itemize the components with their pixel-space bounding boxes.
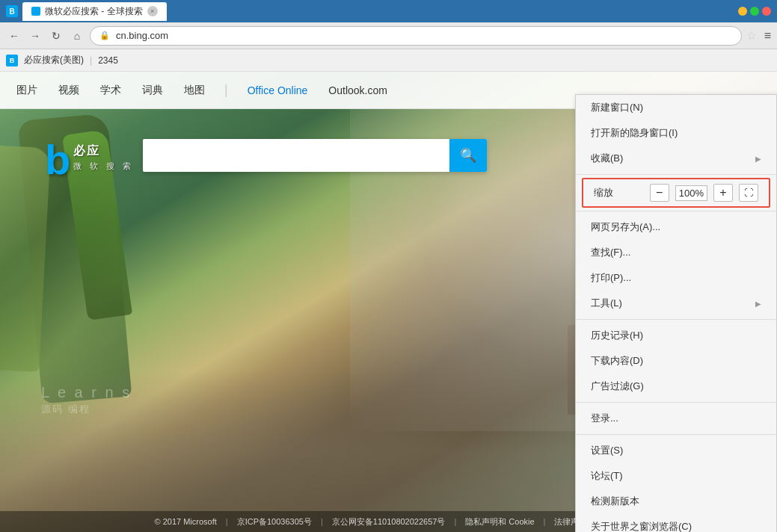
menu-about-label: 关于世界之窗浏览器(C) [591, 520, 692, 532]
tab-logo [31, 7, 40, 16]
menu-tools-arrow: ▶ [755, 300, 761, 308]
menu-separator-5 [576, 434, 776, 435]
menu-bookmarks[interactable]: 收藏(B) ▶ [576, 146, 776, 171]
zoom-minus-button[interactable]: − [650, 184, 669, 202]
menu-tools[interactable]: 工具(L) ▶ [576, 291, 776, 316]
url-text: cn.bing.com [116, 30, 732, 41]
menu-incognito-label: 打开新的隐身窗口(I) [591, 126, 678, 140]
lock-icon: 🔒 [99, 31, 110, 40]
nav-academic[interactable]: 学术 [99, 81, 123, 100]
copyright-year: © 2017 Microsoft [154, 517, 216, 526]
titlebar: B 微软必应搜索 - 全球搜索 × [0, 0, 777, 22]
search-box[interactable]: 🔍 [143, 139, 487, 172]
menu-settings[interactable]: 设置(S) [576, 438, 776, 463]
tab-title: 微软必应搜索 - 全球搜索 [45, 5, 143, 18]
reload-button[interactable]: ↻ [48, 28, 64, 44]
close-button[interactable] [762, 7, 771, 16]
bing-logo-area: b 必应 微 软 搜 索 [45, 139, 134, 181]
menu-settings-label: 设置(S) [591, 444, 623, 457]
nav-outlook[interactable]: Outlook.com [327, 81, 389, 99]
menu-login[interactable]: 登录... [576, 406, 776, 431]
menu-find[interactable]: 查找(F)... [576, 240, 776, 265]
menu-forum-label: 论坛(T) [591, 469, 623, 483]
toolbar-count-label: 2345 [98, 55, 118, 66]
toolbar-logo: B [6, 55, 18, 66]
menu-new-window-label: 新建窗口(N) [591, 101, 643, 114]
menu-zoom-row: 缩放 − 100% + ⛶ [582, 178, 770, 208]
menu-save-page-label: 网页另存为(A)... [591, 220, 660, 234]
nav-images[interactable]: 图片 [15, 81, 39, 100]
copyright-icp1: 京ICP备10036305号 [237, 516, 312, 528]
menu-find-label: 查找(F)... [591, 246, 630, 259]
address-field[interactable]: 🔒 cn.bing.com [90, 26, 742, 46]
menu-print[interactable]: 打印(P)... [576, 265, 776, 291]
menu-history[interactable]: 历史记录(H) [576, 323, 776, 348]
menu-separator-2 [576, 211, 776, 211]
nav-video[interactable]: 视频 [57, 81, 81, 100]
menu-downloads-label: 下载内容(D) [591, 354, 643, 368]
menu-adblock[interactable]: 广告过滤(G) [576, 374, 776, 399]
menu-print-label: 打印(P)... [591, 271, 631, 285]
toolbar-count-item[interactable]: 2345 [98, 55, 118, 66]
copyright-privacy: 隐私声明和 Cookie [465, 516, 534, 528]
nav-map[interactable]: 地图 [182, 81, 206, 100]
menu-bookmarks-arrow: ▶ [755, 155, 761, 163]
active-tab[interactable]: 微软必应搜索 - 全球搜索 × [22, 2, 167, 21]
zoom-fullscreen-button[interactable]: ⛶ [739, 184, 758, 202]
menu-new-window[interactable]: 新建窗口(N) [576, 95, 776, 120]
menu-separator-1 [576, 174, 776, 175]
browser-logo: B [6, 5, 18, 17]
menu-downloads[interactable]: 下载内容(D) [576, 348, 776, 374]
copyright-icp2: 京公网安备11010802022657号 [332, 516, 446, 528]
menu-separator-4 [576, 402, 776, 403]
page-area: 图片 视频 学术 词典 地图 | Office Online Outlook.c… [0, 72, 777, 532]
zoom-label: 缩放 [594, 186, 644, 200]
menu-incognito[interactable]: 打开新的隐身窗口(I) [576, 120, 776, 146]
nav-divider: | [224, 82, 228, 98]
addressbar: ← → ↻ ⌂ 🔒 cn.bing.com ☆ ≡ [0, 22, 777, 49]
search-button[interactable]: 🔍 [449, 139, 487, 172]
toolbar-bing-item[interactable]: 必应搜索(美图) [24, 54, 84, 66]
bing-subtitle: 微 软 搜 索 [73, 161, 134, 172]
back-button[interactable]: ← [6, 28, 22, 44]
menu-check-update-label: 检测新版本 [591, 495, 639, 508]
search-input[interactable] [143, 139, 449, 172]
tab-close-button[interactable]: × [147, 6, 158, 16]
menu-forum[interactable]: 论坛(T) [576, 463, 776, 489]
window-controls [738, 7, 771, 16]
menu-icon[interactable]: ≡ [764, 29, 771, 43]
menu-separator-3 [576, 319, 776, 320]
bing-chinese-name: 必应 [73, 143, 134, 159]
menu-about[interactable]: 关于世界之窗浏览器(C) [576, 514, 776, 532]
toolbar-bing-label: 必应搜索(美图) [24, 54, 84, 66]
zoom-value: 100% [675, 185, 707, 201]
nav-office-online[interactable]: Office Online [246, 81, 310, 99]
home-button[interactable]: ⌂ [69, 28, 85, 44]
menu-login-label: 登录... [591, 412, 618, 425]
menu-history-label: 历史记录(H) [591, 329, 643, 342]
menu-adblock-label: 广告过滤(G) [591, 380, 644, 393]
menu-bookmarks-label: 收藏(B) [591, 152, 623, 165]
minimize-button[interactable] [738, 7, 747, 16]
maximize-button[interactable] [750, 7, 759, 16]
menu-save-page[interactable]: 网页另存为(A)... [576, 214, 776, 240]
forward-button[interactable]: → [27, 28, 43, 44]
nav-dict[interactable]: 词典 [141, 81, 165, 100]
bookmark-star-icon[interactable]: ☆ [746, 28, 757, 43]
toolbar: B 必应搜索(美图) | 2345 [0, 49, 777, 72]
zoom-plus-button[interactable]: + [713, 184, 733, 202]
menu-tools-label: 工具(L) [591, 297, 622, 310]
dropdown-menu: 新建窗口(N) 打开新的隐身窗口(I) 收藏(B) ▶ 缩放 − 100% + … [575, 94, 777, 532]
menu-check-update[interactable]: 检测新版本 [576, 489, 776, 514]
bing-b-letter: b [45, 139, 70, 181]
